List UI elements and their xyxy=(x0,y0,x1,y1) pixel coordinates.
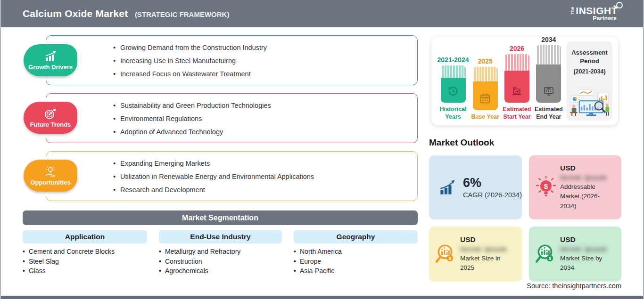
timeline-bars: 2021-2024 Historical Years 2025 Base Yea… xyxy=(438,40,563,121)
opportunities-box: Expanding Emerging Markets Utilization i… xyxy=(46,151,418,201)
list-item: Steel Slag xyxy=(23,257,115,267)
segmentation-column-geography: Geography xyxy=(294,230,418,243)
growth-chart-icon xyxy=(43,50,58,63)
calendar-icon xyxy=(479,92,492,105)
opportunities-badge: Opportunities xyxy=(24,160,77,192)
badge-label: Growth Drivers xyxy=(28,64,73,71)
blurred-value: lorem ipsum xyxy=(460,245,516,253)
market-size-2034-card: $ USD lorem ipsum Market Size by 2034 xyxy=(529,226,621,282)
historical-years-bar xyxy=(441,65,466,103)
list-item: Metallurgy and Refractory xyxy=(159,247,240,257)
footer-bar xyxy=(0,296,644,299)
cagr-card: 6% CAGR (2026-2034) xyxy=(429,155,522,219)
market-size-2025-card: $ USD lorem ipsum Market Size in 2025 xyxy=(429,226,522,282)
cagr-value: 6% xyxy=(463,176,522,190)
list-item: Cement and Concrete Blocks xyxy=(23,247,115,257)
card-label: Market Size by 2034 xyxy=(560,254,616,273)
list-item: Agrochemicals xyxy=(159,266,240,276)
list-item: Europe xyxy=(294,257,342,267)
logo-the-text: The xyxy=(570,7,575,15)
estimated-start-year-bar xyxy=(504,54,529,103)
segmentation-column-application: Application xyxy=(23,230,147,243)
application-items: Cement and Concrete Blocks Steel Slag Gl… xyxy=(23,247,115,276)
list-item: Increasing Use in Steel Manufactuirng xyxy=(113,54,408,67)
bar-year-label: 2025 xyxy=(478,57,493,65)
timeline-col-historical: 2021-2024 Historical Years xyxy=(438,56,468,121)
growth-drivers-box: Growing Demand from the Construction Ind… xyxy=(46,35,418,85)
list-item: Increased Focus on Wastewater Treatment xyxy=(113,67,408,81)
bar-year-label: 2026 xyxy=(510,45,524,52)
insight-partners-logo: The INSIGHT Partners xyxy=(570,6,618,22)
magnifier-lens-icon xyxy=(616,2,623,8)
opportunities-list: Expanding Emerging Markets Utilization i… xyxy=(46,152,417,196)
bulb-dollar-icon: $ xyxy=(536,176,556,199)
base-year-bar xyxy=(473,67,498,110)
market-segmentation-header: Market Segmentation xyxy=(23,210,418,225)
bulb-hand-icon xyxy=(43,166,58,178)
list-item: Environmental Regulations xyxy=(113,112,408,125)
laptop-gear-icon xyxy=(511,85,523,97)
growth-drivers-list: Growing Demand from the Construction Ind… xyxy=(46,36,417,81)
timeline-col-base: 2025 Base Year xyxy=(471,57,499,121)
list-item: Glass xyxy=(23,266,115,276)
size-2025-text-group: USD lorem ipsum Market Size in 2025 xyxy=(457,231,520,278)
currency-label: USD xyxy=(460,235,476,243)
card-label: Addressable Market (2026-2034) xyxy=(560,182,616,211)
estimated-end-year-bar xyxy=(536,45,561,103)
cagr-text-group: 6% CAGR (2026-2034) xyxy=(463,176,522,199)
size-2034-text-group: USD lorem ipsum Market Size by 2034 xyxy=(557,231,619,278)
addressable-market-card: $ USD lorem ipsum Addressable Market (20… xyxy=(529,155,621,219)
currency-label: USD xyxy=(560,235,576,243)
svg-text:$: $ xyxy=(449,256,452,261)
blurred-value: lorem ipsum xyxy=(560,245,616,253)
page-subtitle: (STRATEGIC FRAMEWORK) xyxy=(135,10,230,18)
blurred-value: lorem ipsum xyxy=(560,174,616,181)
svg-text:$: $ xyxy=(549,256,552,261)
magnifier-chart-green-icon: $ xyxy=(535,243,557,266)
growth-bars-icon xyxy=(439,178,457,197)
header-title-group: Calcium Oxide Market (STRATEGIC FRAMEWOR… xyxy=(23,8,229,19)
list-item: Expanding Emerging Markets xyxy=(113,157,408,170)
list-item: Construction xyxy=(159,257,240,267)
card-label: Market Size in 2025 xyxy=(460,254,516,273)
addressable-text-group: USD lorem ipsum Addressable Market (2026… xyxy=(557,159,619,216)
bar-year-label: 2021-2024 xyxy=(438,56,469,64)
timeline-col-est-start: 2026 Estimated Start Year xyxy=(503,45,531,121)
bar-role-label: Estimated Start Year xyxy=(503,105,531,121)
magnifier-chart-orange-icon: $ xyxy=(435,243,457,266)
list-item: Asia-Pacific xyxy=(294,266,342,276)
badge-label: Opportunities xyxy=(30,179,70,186)
bar-role-label: Base Year xyxy=(471,113,499,121)
timeline-col-est-end: 2034 Estimated End Year xyxy=(535,36,563,121)
end-use-items: Metallurgy and Refractory Construction A… xyxy=(159,247,240,276)
analysts-illustration xyxy=(569,89,611,118)
list-item: Adoption of Advanced Technology xyxy=(113,125,408,138)
logo-wordmark: The INSIGHT xyxy=(570,6,618,16)
market-outlook-title: Market Outlook xyxy=(429,137,494,148)
bar-role-label: Estimated End Year xyxy=(535,105,563,121)
svg-text:$: $ xyxy=(544,182,548,190)
target-icon xyxy=(43,108,58,120)
geography-items: North America Europe Asia-Pacific xyxy=(294,247,342,276)
list-item: Research and Development xyxy=(113,183,408,196)
assessment-period-label: Assessment Period xyxy=(567,48,612,65)
segmentation-column-end-use: End-Use Industry xyxy=(159,230,282,243)
cagr-label: CAGR (2026-2034) xyxy=(463,191,522,199)
bar-year-label: 2034 xyxy=(541,36,556,43)
badge-label: Future Trends xyxy=(30,121,71,128)
growth-drivers-badge: Growth Drivers xyxy=(24,44,77,76)
assessment-period-range: (2021-2034) xyxy=(567,68,612,75)
assessment-timeline-card: 2021-2024 Historical Years 2025 Base Yea… xyxy=(431,37,618,125)
list-item: Growing Demand from the Construction Ind… xyxy=(113,41,408,54)
logo-main-text: INSIGHT xyxy=(576,6,618,16)
bar-role-label: Historical Years xyxy=(438,105,468,121)
list-item: Sustainability and Green Production Tech… xyxy=(113,99,408,112)
future-trends-box: Sustainability and Green Production Tech… xyxy=(46,93,418,143)
header: Calcium Oxide Market (STRATEGIC FRAMEWOR… xyxy=(0,0,644,27)
list-item: Utilization in Renewable Energy and Envi… xyxy=(113,170,408,183)
history-clock-icon xyxy=(447,85,460,97)
future-trends-list: Sustainability and Green Production Tech… xyxy=(46,94,417,138)
currency-label: USD xyxy=(560,164,576,172)
monitor-chart-icon xyxy=(542,85,555,97)
assessment-period-panel: Assessment Period (2021-2034) xyxy=(567,41,612,121)
